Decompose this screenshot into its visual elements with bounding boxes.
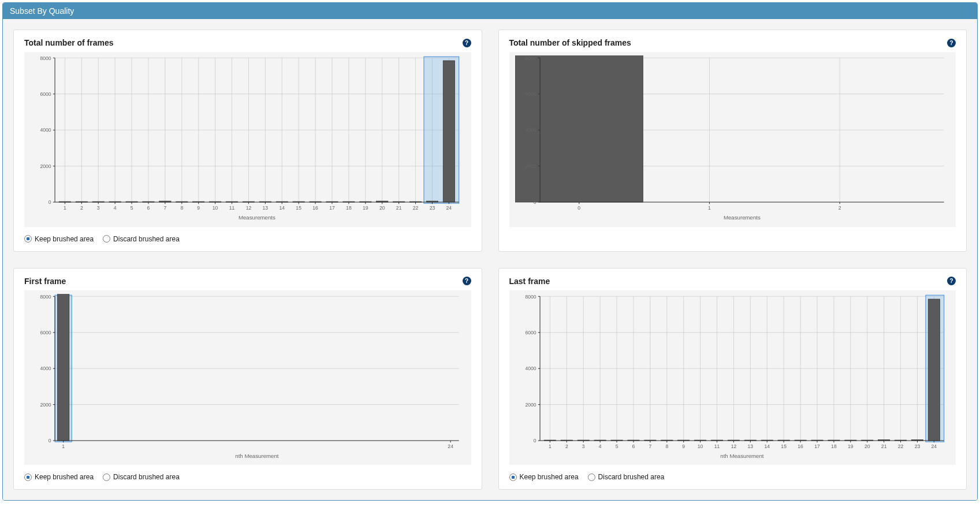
card-header: Last frame? — [509, 277, 956, 286]
x-tick-label: 23 — [914, 443, 920, 449]
x-tick-label: 19 — [848, 443, 854, 449]
help-icon[interactable]: ? — [463, 277, 471, 285]
help-icon[interactable]: ? — [463, 39, 471, 47]
subset-by-quality-panel: Subset By Quality Total number of frames… — [2, 2, 978, 501]
x-axis-title: Measurements — [723, 214, 760, 221]
y-tick-label: 6000 — [40, 330, 51, 335]
panel-body: Total number of frames?02000400060008000… — [3, 19, 977, 500]
radio-keep-brushed[interactable]: Keep brushed area — [509, 473, 579, 481]
x-axis-title: Measurements — [239, 214, 275, 221]
y-tick-label: 8000 — [525, 55, 536, 61]
x-tick-label: 18 — [346, 205, 352, 211]
bar[interactable] — [57, 294, 69, 441]
x-tick-label: 15 — [781, 443, 787, 449]
y-tick-label: 0 — [49, 438, 51, 443]
y-tick-label: 6000 — [525, 330, 536, 335]
card-header: Total number of frames? — [24, 38, 471, 47]
y-tick-label: 6000 — [40, 91, 51, 97]
x-tick-label: 11 — [714, 443, 720, 449]
x-tick-label: 22 — [897, 443, 903, 449]
chart-wrap: 02000400060008000012Measurements — [509, 52, 956, 227]
x-tick-label: 13 — [263, 205, 269, 211]
x-tick-label: 14 — [279, 205, 285, 211]
card-grid: Total number of frames?02000400060008000… — [13, 29, 967, 490]
radio-input-keep[interactable] — [24, 474, 32, 481]
card-first-frame: First frame?02000400060008000124nth Meas… — [13, 268, 482, 490]
x-tick-label: 1 — [64, 205, 66, 211]
x-tick-label: 9 — [682, 443, 685, 449]
chart-wrap: 0200040006000800012345678910111213141516… — [509, 290, 956, 465]
radio-label-text: Discard brushed area — [598, 473, 665, 481]
x-tick-label: 15 — [296, 205, 301, 211]
x-tick-label: 23 — [430, 205, 435, 211]
x-tick-label: 10 — [697, 443, 703, 449]
radio-label-text: Discard brushed area — [113, 473, 180, 481]
brush-mode-radio-group: Keep brushed areaDiscard brushed area — [509, 473, 956, 481]
radio-discard-brushed[interactable]: Discard brushed area — [103, 235, 180, 243]
y-tick-label: 4000 — [525, 127, 536, 133]
y-tick-label: 2000 — [525, 163, 536, 169]
radio-input-discard[interactable] — [103, 474, 110, 481]
card-title: Total number of frames — [24, 38, 114, 47]
x-tick-label: 12 — [246, 205, 252, 211]
radio-keep-brushed[interactable]: Keep brushed area — [24, 473, 94, 481]
radio-discard-brushed[interactable]: Discard brushed area — [103, 473, 180, 481]
chart-skipped-frames[interactable]: 02000400060008000012Measurements — [515, 55, 951, 223]
radio-discard-brushed[interactable]: Discard brushed area — [588, 473, 665, 481]
x-tick-label: 16 — [312, 205, 318, 211]
x-tick-label: 2 — [565, 443, 568, 449]
brush-mode-radio-group: Keep brushed areaDiscard brushed area — [24, 235, 471, 243]
x-tick-label: 1 — [549, 443, 552, 449]
y-tick-label: 2000 — [525, 401, 536, 407]
x-tick-label: 7 — [163, 205, 166, 211]
x-tick-label: 4 — [598, 443, 601, 449]
x-tick-label: 4 — [114, 205, 117, 211]
x-tick-label: 24 — [448, 443, 453, 449]
radio-keep-brushed[interactable]: Keep brushed area — [24, 235, 94, 243]
radio-label-text: Discard brushed area — [113, 235, 180, 243]
x-tick-label: 6 — [147, 205, 150, 211]
card-title: Total number of skipped frames — [509, 38, 631, 47]
x-tick-label: 19 — [363, 205, 368, 211]
x-tick-label: 17 — [814, 443, 820, 449]
radio-input-discard[interactable] — [103, 235, 110, 243]
bar[interactable] — [928, 299, 940, 441]
radio-input-keep[interactable] — [24, 235, 32, 243]
x-tick-label: 18 — [831, 443, 837, 449]
x-tick-label: 2 — [838, 205, 841, 211]
radio-label-text: Keep brushed area — [35, 235, 94, 243]
x-tick-label: 2 — [80, 205, 83, 211]
radio-input-discard[interactable] — [588, 474, 595, 481]
x-tick-label: 13 — [747, 443, 753, 449]
y-tick-label: 4000 — [525, 366, 536, 371]
x-tick-label: 24 — [446, 205, 452, 211]
x-tick-label: 22 — [413, 205, 419, 211]
y-tick-label: 2000 — [40, 401, 51, 407]
card-title: Last frame — [509, 277, 550, 286]
chart-last-frame[interactable]: 0200040006000800012345678910111213141516… — [515, 294, 951, 462]
x-tick-label: 16 — [798, 443, 803, 449]
x-tick-label: 11 — [229, 205, 235, 211]
brush-mode-radio-group: Keep brushed areaDiscard brushed area — [24, 473, 471, 481]
x-tick-label: 3 — [97, 205, 100, 211]
radio-label-text: Keep brushed area — [520, 473, 579, 481]
panel-title: Subset By Quality — [3, 3, 977, 19]
chart-first-frame[interactable]: 02000400060008000124nth Measurement — [30, 294, 465, 462]
card-last-frame: Last frame?02000400060008000123456789101… — [498, 268, 967, 490]
radio-label-text: Keep brushed area — [35, 473, 94, 481]
y-tick-label: 8000 — [40, 294, 51, 300]
card-header: Total number of skipped frames? — [509, 38, 956, 47]
help-icon[interactable]: ? — [947, 39, 956, 47]
x-tick-label: 20 — [379, 205, 385, 211]
x-tick-label: 5 — [131, 205, 133, 211]
radio-input-keep[interactable] — [509, 474, 517, 481]
card-skipped-frames: Total number of skipped frames?020004000… — [498, 29, 967, 252]
help-icon[interactable]: ? — [947, 277, 956, 285]
bar[interactable] — [443, 61, 454, 202]
y-tick-label: 8000 — [525, 294, 536, 300]
card-title: First frame — [24, 277, 66, 286]
x-tick-label: 8 — [665, 443, 668, 449]
x-tick-label: 3 — [582, 443, 584, 449]
y-tick-label: 0 — [49, 199, 51, 205]
chart-total-frames[interactable]: 0200040006000800012345678910111213141516… — [30, 55, 465, 223]
